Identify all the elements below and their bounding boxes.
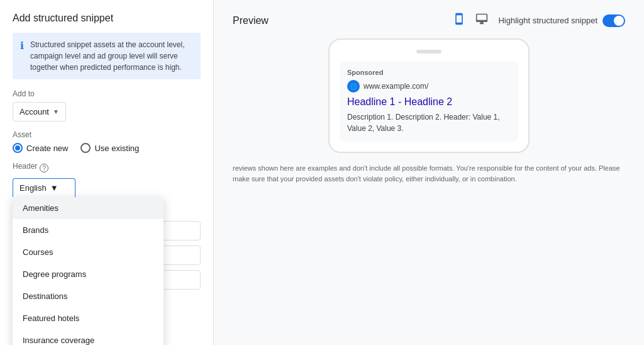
add-to-value: Account: [19, 107, 49, 116]
dropdown-item-featured-hotels[interactable]: Featured hotels: [13, 307, 164, 329]
create-new-label: Create new: [26, 144, 68, 153]
highlight-toggle-row: Highlight structured snippet: [498, 14, 625, 27]
language-caret-icon: ▼: [50, 183, 58, 193]
preview-note: reviews shown here are examples and don'…: [233, 163, 625, 184]
dropdown-item-destinations[interactable]: Destinations: [13, 285, 164, 307]
globe-icon: 🌐: [347, 80, 360, 93]
ad-description: Description 1. Description 2. Header: Va…: [347, 111, 511, 134]
highlight-label: Highlight structured snippet: [498, 16, 597, 25]
header-dropdown-container: English ▼ Amenities Brands Courses Degre…: [13, 178, 201, 197]
panel-title: Add structured snippet: [13, 13, 201, 24]
preview-controls: Highlight structured snippet: [453, 13, 625, 28]
use-existing-label: Use existing: [94, 144, 139, 153]
header-help-icon[interactable]: ?: [40, 164, 48, 172]
add-to-section: Add to Account ▼: [13, 89, 201, 122]
use-existing-option[interactable]: Use existing: [80, 143, 139, 153]
phone-mockup: Sponsored 🌐 www.example.com/ Headline 1 …: [328, 38, 530, 153]
use-existing-radio[interactable]: [80, 143, 91, 153]
preview-title: Preview: [233, 15, 269, 26]
asset-radio-group: Create new Use existing: [13, 143, 201, 153]
desktop-device-icon[interactable]: [475, 13, 488, 28]
language-value: English: [19, 183, 47, 193]
info-box: ℹ Structured snippet assets at the accou…: [13, 33, 201, 79]
asset-section: Asset Create new Use existing: [13, 130, 201, 153]
add-to-label: Add to: [13, 89, 201, 98]
info-text: Structured snippet assets at the account…: [30, 39, 193, 73]
add-to-dropdown[interactable]: Account ▼: [13, 102, 66, 122]
ad-card: Sponsored 🌐 www.example.com/ Headline 1 …: [340, 61, 518, 142]
url-row: 🌐 www.example.com/: [347, 80, 511, 93]
dropdown-item-courses[interactable]: Courses: [13, 241, 164, 263]
mobile-device-icon[interactable]: [453, 13, 465, 28]
info-icon: ℹ: [20, 40, 24, 52]
right-panel: Preview Highlight structured snippet Spo…: [214, 0, 644, 345]
sponsored-label: Sponsored: [347, 69, 511, 76]
header-type-dropdown-menu: Amenities Brands Courses Degree programs…: [13, 197, 164, 345]
phone-notch: [416, 50, 441, 54]
header-section: Header ? English ▼ Amenities Brands Cour…: [13, 162, 201, 197]
dropdown-item-brands[interactable]: Brands: [13, 219, 164, 241]
create-new-radio[interactable]: [13, 143, 23, 153]
header-label-row: Header ?: [13, 162, 201, 174]
ad-url: www.example.com/: [364, 82, 428, 91]
dropdown-item-insurance-coverage[interactable]: Insurance coverage: [13, 329, 164, 345]
highlight-toggle-switch[interactable]: [602, 14, 625, 27]
ad-headline: Headline 1 - Headline 2: [347, 96, 511, 108]
asset-label: Asset: [13, 130, 201, 139]
preview-header: Preview Highlight structured snippet: [233, 13, 625, 28]
dropdown-item-degree-programs[interactable]: Degree programs: [13, 263, 164, 285]
dropdown-item-amenities[interactable]: Amenities: [13, 197, 164, 219]
preview-note-text: reviews shown here are examples and don'…: [233, 164, 620, 183]
add-to-caret-icon: ▼: [53, 108, 59, 115]
left-panel: Add structured snippet ℹ Structured snip…: [0, 0, 214, 345]
create-new-option[interactable]: Create new: [13, 143, 68, 153]
language-dropdown[interactable]: English ▼: [13, 178, 75, 197]
header-label: Header: [13, 162, 37, 171]
